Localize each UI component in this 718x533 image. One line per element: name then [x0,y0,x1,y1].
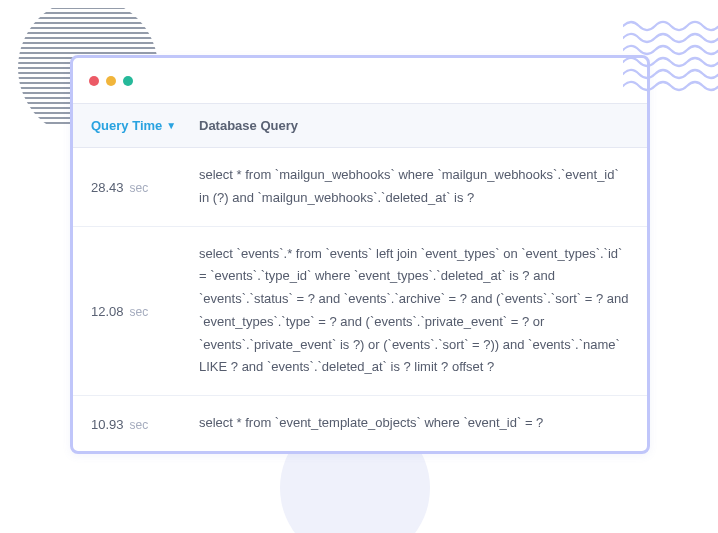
column-header-label: Query Time [91,118,162,133]
table-row: 10.93sec select * from `event_template_o… [73,396,647,451]
time-value: 12.08 [91,301,124,324]
table-row: 12.08sec select `events`.* from `events`… [73,227,647,397]
time-value: 10.93 [91,414,124,437]
time-unit: sec [130,415,149,436]
time-value: 28.43 [91,177,124,200]
window-titlebar [73,58,647,104]
cell-database-query: select * from `event_template_objects` w… [193,396,647,451]
time-unit: sec [130,178,149,199]
column-header-label: Database Query [199,118,298,133]
column-header-query-time[interactable]: Query Time ▼ [73,104,193,147]
cell-query-time: 12.08sec [73,227,193,396]
cell-query-time: 28.43sec [73,148,193,226]
column-header-database-query[interactable]: Database Query [193,104,647,147]
cell-database-query: select * from `mailgun_webhooks` where `… [193,148,647,226]
close-icon[interactable] [89,76,99,86]
table-row: 28.43sec select * from `mailgun_webhooks… [73,148,647,227]
table-header: Query Time ▼ Database Query [73,104,647,148]
cell-query-time: 10.93sec [73,396,193,451]
sort-desc-icon: ▼ [166,120,176,131]
decor-wavy-lines-right [623,18,718,98]
browser-window: Query Time ▼ Database Query 28.43sec sel… [70,55,650,454]
minimize-icon[interactable] [106,76,116,86]
cell-database-query: select `events`.* from `events` left joi… [193,227,647,396]
time-unit: sec [130,302,149,323]
maximize-icon[interactable] [123,76,133,86]
